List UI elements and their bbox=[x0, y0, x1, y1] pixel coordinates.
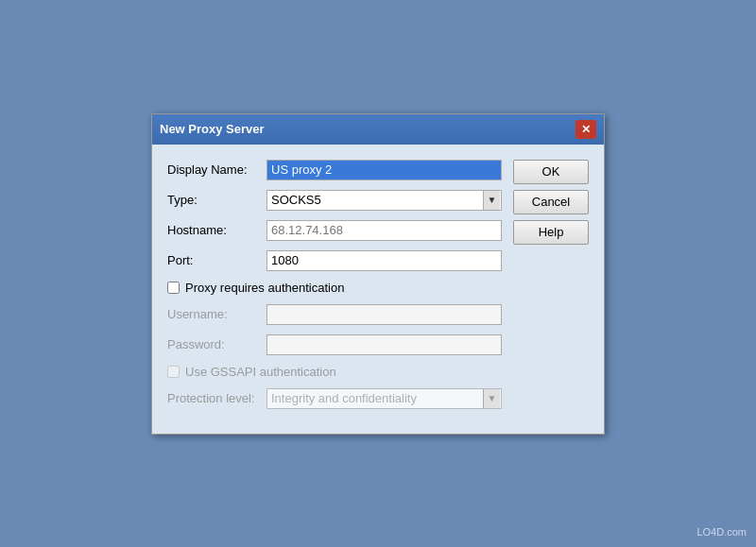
port-label: Port: bbox=[167, 253, 266, 267]
password-input[interactable] bbox=[266, 334, 502, 355]
cancel-button[interactable]: Cancel bbox=[513, 190, 589, 214]
title-bar: New Proxy Server ✕ bbox=[152, 114, 604, 145]
form-layout: Display Name: Type: HTTP HTTPS SOCKS4 SO… bbox=[167, 160, 589, 419]
protection-level-row: Protection level: Integrity and confiden… bbox=[167, 388, 502, 409]
hostname-label: Hostname: bbox=[167, 223, 266, 237]
auth-checkbox-row: Proxy requires authentication bbox=[167, 281, 502, 295]
auth-checkbox[interactable] bbox=[167, 282, 180, 294]
gssapi-label: Use GSSAPI authentication bbox=[185, 365, 336, 379]
port-row: Port: bbox=[167, 250, 502, 271]
dialog-window: New Proxy Server ✕ Display Name: Type: H… bbox=[151, 113, 605, 435]
auth-label[interactable]: Proxy requires authentication bbox=[185, 281, 344, 295]
protection-level-select[interactable]: Integrity and confidentiality Integrity … bbox=[266, 388, 502, 409]
dialog-title: New Proxy Server bbox=[160, 122, 265, 136]
gssapi-checkbox-row: Use GSSAPI authentication bbox=[167, 365, 502, 379]
username-label: Username: bbox=[167, 307, 266, 321]
password-label: Password: bbox=[167, 337, 266, 351]
protection-level-label: Protection level: bbox=[167, 391, 266, 405]
gssapi-checkbox[interactable] bbox=[167, 366, 180, 378]
type-row: Type: HTTP HTTPS SOCKS4 SOCKS5 ▼ bbox=[167, 190, 502, 211]
close-button[interactable]: ✕ bbox=[576, 120, 596, 139]
watermark: LO4D.com bbox=[696, 526, 747, 538]
hostname-row: Hostname: bbox=[167, 220, 502, 241]
ok-button[interactable]: OK bbox=[513, 160, 589, 184]
dialog-body: Display Name: Type: HTTP HTTPS SOCKS4 SO… bbox=[152, 145, 604, 434]
type-select-wrapper: HTTP HTTPS SOCKS4 SOCKS5 ▼ bbox=[266, 190, 502, 211]
port-input[interactable] bbox=[266, 250, 502, 271]
help-button[interactable]: Help bbox=[513, 220, 589, 245]
type-select[interactable]: HTTP HTTPS SOCKS4 SOCKS5 bbox=[266, 190, 502, 211]
display-name-row: Display Name: bbox=[167, 160, 502, 180]
form-fields: Display Name: Type: HTTP HTTPS SOCKS4 SO… bbox=[167, 160, 502, 419]
display-name-label: Display Name: bbox=[167, 162, 266, 177]
form-buttons: OK Cancel Help bbox=[513, 160, 589, 419]
username-input[interactable] bbox=[266, 304, 502, 325]
protection-select-wrapper: Integrity and confidentiality Integrity … bbox=[266, 388, 502, 409]
password-row: Password: bbox=[167, 334, 502, 355]
hostname-input[interactable] bbox=[266, 220, 502, 241]
username-row: Username: bbox=[167, 304, 502, 325]
type-label: Type: bbox=[167, 193, 266, 207]
display-name-input[interactable] bbox=[266, 160, 502, 180]
